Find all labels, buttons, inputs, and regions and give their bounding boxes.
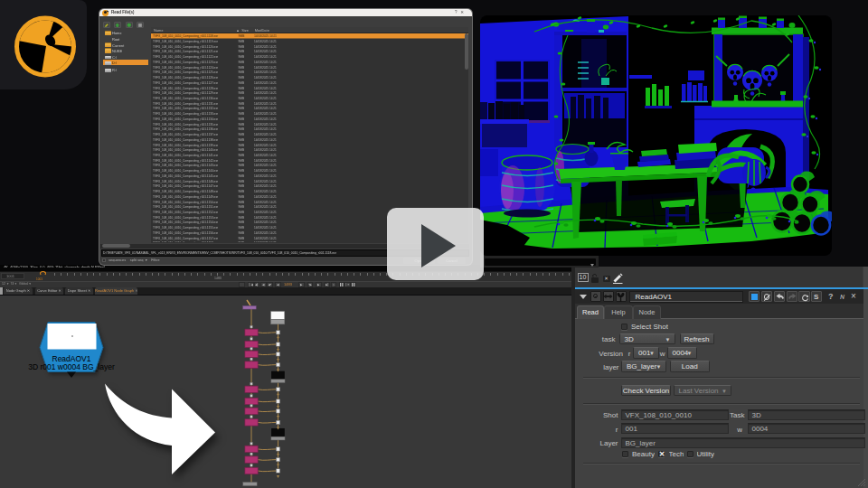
svg-text:3D r001 w0004 BG_layer: 3D r001 w0004 BG_layer: [28, 361, 115, 371]
